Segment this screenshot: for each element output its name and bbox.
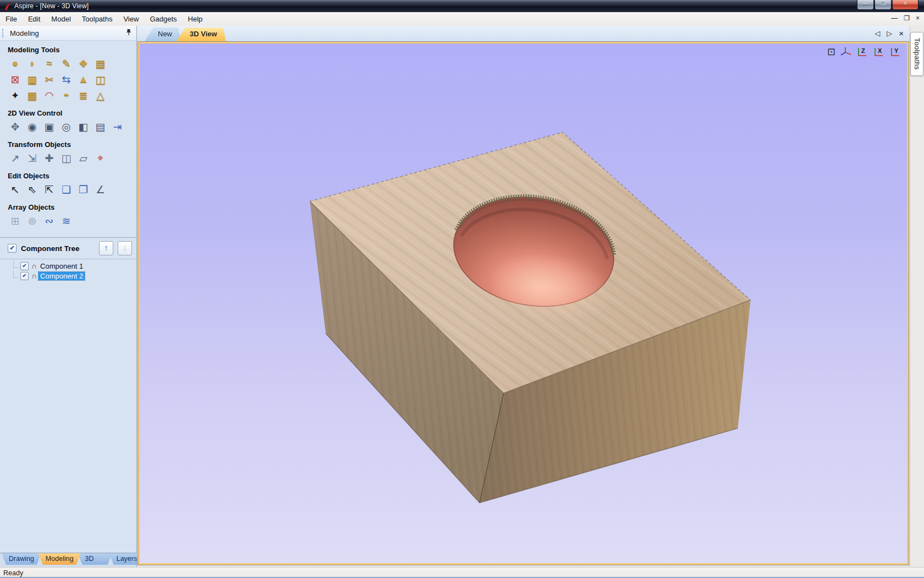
import-clipart-icon[interactable]: ❖ xyxy=(76,56,91,70)
create-texture-icon[interactable]: ✎ xyxy=(59,56,74,70)
isometric-view-icon[interactable] xyxy=(839,46,852,57)
close-button[interactable]: × xyxy=(892,0,919,10)
section-title: 2D View Control xyxy=(8,109,136,117)
wireframe-model-icon[interactable]: △ xyxy=(93,88,108,102)
ungroup-objects-icon[interactable]: ❐ xyxy=(76,182,91,197)
copy-along-curve-icon[interactable]: ∾ xyxy=(42,214,57,228)
panel-sections: Modeling Tools●◗≈✎❖▤⊠▣✂⇆▲◫✦▦◠◓≣△2D View … xyxy=(0,41,136,230)
panel-section: Transform Objects↗⇲✚◫▱⌖ xyxy=(8,140,136,167)
add-zero-plane-icon[interactable]: ▲ xyxy=(76,72,91,86)
zoom-extents-3d-icon[interactable]: ⊡ xyxy=(827,46,835,57)
mdi-restore-button[interactable]: ❐ xyxy=(904,14,910,23)
slice-model-icon[interactable]: ≣ xyxy=(76,88,91,102)
component-tree-checkbox[interactable]: ✔ xyxy=(8,244,16,253)
status-bar: Ready xyxy=(0,567,924,578)
pan-view-icon[interactable]: ✥ xyxy=(8,119,23,134)
offset-model-icon[interactable]: ⇆ xyxy=(59,72,74,86)
dome-shape-icon[interactable]: ◠ xyxy=(42,88,57,102)
previous-tab-icon[interactable]: ◁ xyxy=(875,29,880,37)
move-component-up-button[interactable]: ↑ xyxy=(99,241,113,255)
icon-grid: ✥◉▣◎◧▤⇥ xyxy=(8,119,127,135)
panel-section: 2D View Control✥◉▣◎◧▤⇥ xyxy=(8,109,136,135)
trim-model-icon[interactable]: ✂ xyxy=(42,72,57,86)
toggle-2d-window-icon[interactable]: ◧ xyxy=(76,119,91,134)
icon-grid: ⊞⊛∾≋ xyxy=(8,214,110,230)
create-shape-icon[interactable]: ● xyxy=(8,56,23,70)
panel-tab-modeling[interactable]: Modeling xyxy=(38,553,81,565)
component-label[interactable]: Component 2 xyxy=(38,272,85,280)
sculpt-tool-icon[interactable]: ✦ xyxy=(8,88,23,102)
next-tab-icon[interactable]: ▷ xyxy=(887,29,892,37)
set-size-icon[interactable]: ⇲ xyxy=(25,151,40,165)
component-visibility-checkbox[interactable]: ✔ xyxy=(20,272,29,280)
zoom-interactive-icon[interactable]: ◉ xyxy=(25,119,40,134)
center-in-material-icon[interactable]: ⌖ xyxy=(93,151,108,165)
viewport-3d[interactable]: ⊡ZXY xyxy=(138,41,909,565)
svg-text:Z: Z xyxy=(861,47,865,54)
document-tab-new[interactable]: New xyxy=(145,28,181,41)
panel-grip-handle[interactable] xyxy=(2,29,6,37)
app-icon xyxy=(4,3,12,11)
group-objects-icon[interactable]: ❏ xyxy=(59,182,74,197)
distort-object-icon[interactable]: ▱ xyxy=(76,151,91,165)
texture-area-icon[interactable]: ▦ xyxy=(25,88,40,102)
menu-item-edit[interactable]: Edit xyxy=(23,13,46,25)
zoom-box-icon[interactable]: ▣ xyxy=(42,119,57,134)
close-tab-icon[interactable]: × xyxy=(899,29,904,38)
linear-array-icon[interactable]: ⊞ xyxy=(8,214,23,228)
tree-connector xyxy=(13,261,19,268)
side-view-y-icon[interactable]: Y xyxy=(889,46,901,57)
menu-item-view[interactable]: View xyxy=(118,13,144,25)
panel-tab-3d-clipart[interactable]: 3D Clipart xyxy=(78,553,112,565)
menu-bar: FileEditModelToolpathsViewGadgetsHelp — … xyxy=(0,12,924,26)
select-tool-icon[interactable]: ↖ xyxy=(8,182,23,197)
circular-array-icon[interactable]: ⊛ xyxy=(25,214,40,228)
move-component-down-button[interactable]: ↓ xyxy=(118,241,132,255)
mdi-minimize-button[interactable]: — xyxy=(891,14,898,23)
mdi-close-button[interactable]: × xyxy=(916,14,920,23)
extrude-and-weave-icon[interactable]: ≈ xyxy=(42,56,57,70)
clear-model-icon[interactable]: ⊠ xyxy=(8,72,23,86)
side-view-x-icon[interactable]: X xyxy=(872,46,885,57)
minimize-button[interactable]: — xyxy=(857,0,874,10)
menu-item-help[interactable]: Help xyxy=(183,13,208,25)
menu-item-gadgets[interactable]: Gadgets xyxy=(144,13,182,25)
panel-tab-drawing[interactable]: Drawing xyxy=(2,553,41,565)
two-sided-model-icon[interactable]: ◓ xyxy=(59,88,74,102)
tree-item: ✔∩Component 1 xyxy=(13,261,136,271)
tree-connector xyxy=(13,271,19,278)
panel-title: Modeling xyxy=(10,29,39,37)
panel-section: Array Objects⊞⊛∾≋ xyxy=(8,203,136,230)
modeling-panel: Modeling Modeling Tools●◗≈✎❖▤⊠▣✂⇆▲◫✦▦◠◓≣… xyxy=(0,26,137,568)
window-controls: — ❐ × xyxy=(856,0,919,10)
emboss-model-icon[interactable]: ◫ xyxy=(93,72,108,86)
transform-tool-icon[interactable]: ⇱ xyxy=(42,182,57,197)
component-folder-icon[interactable]: ▤ xyxy=(93,56,108,70)
switch-2d-3d-view-icon[interactable]: ⇥ xyxy=(110,119,125,134)
move-object-icon[interactable]: ↗ xyxy=(8,151,23,165)
mirror-object-icon[interactable]: ◫ xyxy=(59,151,74,165)
menu-item-toolpaths[interactable]: Toolpaths xyxy=(76,13,118,25)
document-tab-3d-view[interactable]: 3D View xyxy=(177,28,226,41)
two-rail-sweep-icon[interactable]: ◗ xyxy=(25,56,40,70)
document-tab-row: New3D View ◁ ▷ × xyxy=(137,26,910,41)
status-text: Ready xyxy=(3,569,23,577)
component-label[interactable]: Component 1 xyxy=(38,262,85,270)
menu-item-model[interactable]: Model xyxy=(46,13,76,25)
smooth-model-icon[interactable]: ▣ xyxy=(25,72,40,86)
component-visibility-checkbox[interactable]: ✔ xyxy=(20,262,29,270)
menu-item-file[interactable]: File xyxy=(0,13,23,25)
toggle-toolbar-view-icon[interactable]: ▤ xyxy=(93,119,108,134)
component-tree-title: Component Tree xyxy=(21,244,95,253)
zoom-selected-icon[interactable]: ◎ xyxy=(59,119,74,134)
toolpaths-tab[interactable]: Toolpaths xyxy=(910,32,923,76)
restore-button[interactable]: ❐ xyxy=(875,0,892,10)
node-edit-tool-icon[interactable]: ⇖ xyxy=(25,182,40,197)
align-objects-icon[interactable]: ✚ xyxy=(42,151,57,165)
plan-view-z-icon[interactable]: Z xyxy=(856,46,868,57)
measure-tool-icon[interactable]: ∠ xyxy=(93,182,108,197)
vector-texture-icon[interactable]: ≋ xyxy=(59,214,74,228)
section-title: Edit Objects xyxy=(8,172,136,180)
pin-icon[interactable] xyxy=(126,29,131,36)
svg-text:Y: Y xyxy=(894,47,899,54)
